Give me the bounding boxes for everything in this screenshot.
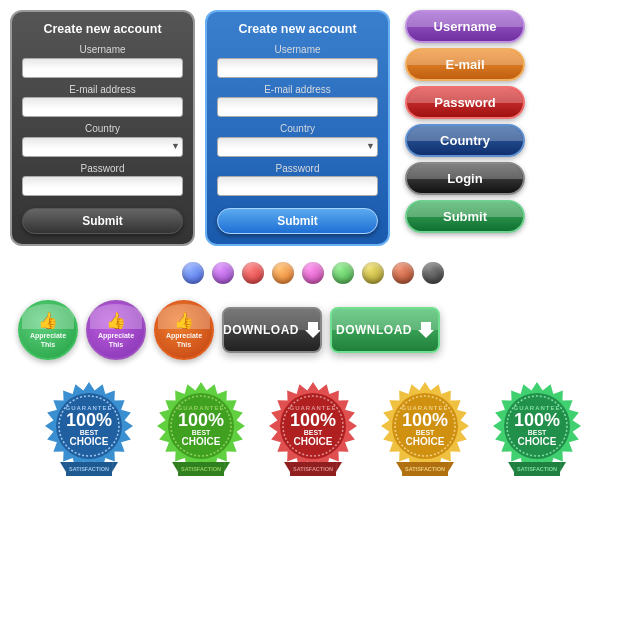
guarantee-row: GUARANTEE 100% BEST CHOICE SATISFACTION …	[10, 372, 616, 480]
form-dark: Create new account Username E-mail addre…	[10, 10, 195, 246]
email-input[interactable]	[22, 97, 183, 117]
country-select-wrapper: ▼	[22, 136, 183, 157]
badge-inner: GUARANTEE 100% BEST CHOICE	[289, 405, 336, 447]
email-input-b[interactable]	[217, 97, 378, 117]
percent-label: 100%	[290, 411, 336, 429]
ui-btn-country[interactable]: Country	[405, 124, 525, 157]
email-group-b: E-mail address	[217, 84, 378, 118]
username-input-b[interactable]	[217, 58, 378, 78]
form-blue-title: Create new account	[217, 22, 378, 36]
country-label: Country	[22, 123, 183, 134]
appreciate-badge-2[interactable]: 👍AppreciateThis	[154, 300, 214, 360]
download-button-1[interactable]: DOWNLOAD	[330, 307, 440, 353]
download-arrow-icon	[305, 322, 321, 338]
submit-button-dark[interactable]: Submit	[22, 208, 183, 234]
percent-label: 100%	[178, 411, 224, 429]
badge-inner: GUARANTEE 100% BEST CHOICE	[177, 405, 224, 447]
ribbon: SATISFACTION	[284, 462, 342, 476]
password-label: Password	[22, 163, 183, 174]
ui-buttons-panel: UsernameE-mailPasswordCountryLoginSubmit	[405, 10, 525, 233]
guarantee-badge-4[interactable]: GUARANTEE 100% BEST CHOICE SATISFACTION	[483, 372, 591, 480]
country-group-b: Country ▼	[217, 123, 378, 157]
email-label: E-mail address	[22, 84, 183, 95]
appreciate-badge-0[interactable]: 👍AppreciateThis	[18, 300, 78, 360]
appreciate-text: AppreciateThis	[30, 332, 66, 349]
country-label-b: Country	[217, 123, 378, 134]
percent-label: 100%	[514, 411, 560, 429]
password-group-b: Password	[217, 163, 378, 197]
username-input[interactable]	[22, 58, 183, 78]
appreciate-text: AppreciateThis	[166, 332, 202, 349]
username-group-b: Username	[217, 44, 378, 78]
form-dark-title: Create new account	[22, 22, 183, 36]
badge-inner: GUARANTEE 100% BEST CHOICE	[65, 405, 112, 447]
ribbon: SATISFACTION	[172, 462, 230, 476]
email-group: E-mail address	[22, 84, 183, 118]
email-label-b: E-mail address	[217, 84, 378, 95]
appreciate-badge-1[interactable]: 👍AppreciateThis	[86, 300, 146, 360]
color-dot-5[interactable]	[332, 262, 354, 284]
download-arrow-icon	[418, 322, 434, 338]
ui-btn-submit[interactable]: Submit	[405, 200, 525, 233]
password-input[interactable]	[22, 176, 183, 196]
color-dot-2[interactable]	[242, 262, 264, 284]
username-group: Username	[22, 44, 183, 78]
color-dot-8[interactable]	[422, 262, 444, 284]
choice-label: CHOICE	[70, 436, 109, 447]
badge-inner: GUARANTEE 100% BEST CHOICE	[401, 405, 448, 447]
color-dot-7[interactable]	[392, 262, 414, 284]
color-dots-row	[10, 258, 616, 288]
form-blue: Create new account Username E-mail addre…	[205, 10, 390, 246]
username-label-b: Username	[217, 44, 378, 55]
top-row: Create new account Username E-mail addre…	[10, 10, 616, 246]
ui-btn-username[interactable]: Username	[405, 10, 525, 43]
ribbon: SATISFACTION	[508, 462, 566, 476]
best-label: BEST	[528, 429, 547, 436]
badge-inner: GUARANTEE 100% BEST CHOICE	[513, 405, 560, 447]
percent-label: 100%	[402, 411, 448, 429]
color-dot-3[interactable]	[272, 262, 294, 284]
password-group: Password	[22, 163, 183, 197]
color-dot-6[interactable]	[362, 262, 384, 284]
percent-label: 100%	[66, 411, 112, 429]
color-dot-4[interactable]	[302, 262, 324, 284]
ribbon-text: SATISFACTION	[66, 462, 112, 476]
guarantee-badge-1[interactable]: GUARANTEE 100% BEST CHOICE SATISFACTION	[147, 372, 255, 480]
ribbon: SATISFACTION	[60, 462, 118, 476]
username-label: Username	[22, 44, 183, 55]
color-dot-0[interactable]	[182, 262, 204, 284]
ribbon-text: SATISFACTION	[178, 462, 224, 476]
guarantee-badge-3[interactable]: GUARANTEE 100% BEST CHOICE SATISFACTION	[371, 372, 479, 480]
guarantee-badge-2[interactable]: GUARANTEE 100% BEST CHOICE SATISFACTION	[259, 372, 367, 480]
appreciate-text: AppreciateThis	[98, 332, 134, 349]
submit-button-blue[interactable]: Submit	[217, 208, 378, 234]
country-select-b[interactable]	[217, 137, 378, 157]
download-label: DOWNLOAD	[223, 323, 299, 337]
best-label: BEST	[80, 429, 99, 436]
thumb-icon: 👍	[174, 311, 194, 330]
ui-btn-e-mail[interactable]: E-mail	[405, 48, 525, 81]
country-select-wrapper-b: ▼	[217, 136, 378, 157]
best-label: BEST	[416, 429, 435, 436]
guarantee-badge-0[interactable]: GUARANTEE 100% BEST CHOICE SATISFACTION	[35, 372, 143, 480]
country-select[interactable]	[22, 137, 183, 157]
badges-download-row: 👍AppreciateThis👍AppreciateThis👍Appreciat…	[10, 300, 616, 360]
ribbon-text: SATISFACTION	[402, 462, 448, 476]
choice-label: CHOICE	[518, 436, 557, 447]
choice-label: CHOICE	[406, 436, 445, 447]
ribbon: SATISFACTION	[396, 462, 454, 476]
ribbon-text: SATISFACTION	[514, 462, 560, 476]
choice-label: CHOICE	[294, 436, 333, 447]
ui-btn-login[interactable]: Login	[405, 162, 525, 195]
download-label: DOWNLOAD	[336, 323, 412, 337]
password-input-b[interactable]	[217, 176, 378, 196]
country-group: Country ▼	[22, 123, 183, 157]
ribbon-text: SATISFACTION	[290, 462, 336, 476]
download-button-0[interactable]: DOWNLOAD	[222, 307, 322, 353]
thumb-icon: 👍	[38, 311, 58, 330]
best-label: BEST	[304, 429, 323, 436]
choice-label: CHOICE	[182, 436, 221, 447]
color-dot-1[interactable]	[212, 262, 234, 284]
ui-btn-password[interactable]: Password	[405, 86, 525, 119]
best-label: BEST	[192, 429, 211, 436]
